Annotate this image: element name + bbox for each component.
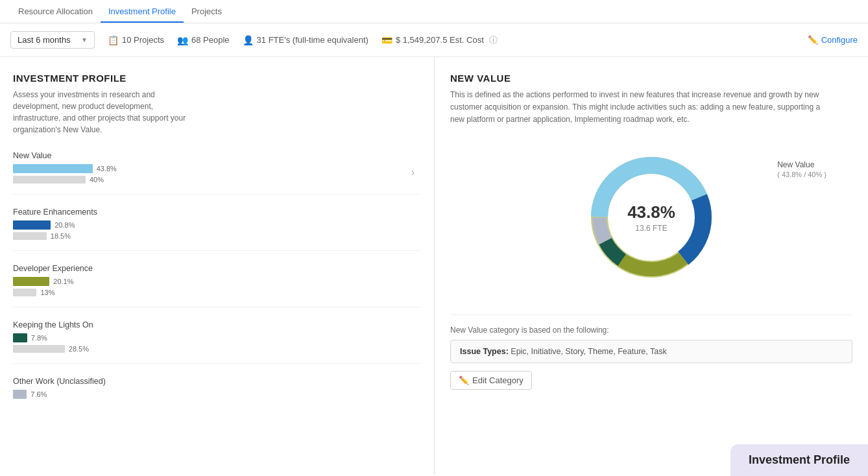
actual-bar [13,333,27,342]
configure-button[interactable]: ✏️ Configure [808,35,858,45]
actual-pct-label: 20.1% [53,278,73,285]
benchmark-pct-label: 28.5% [69,345,89,353]
projects-stat: 📋 10 Projects [108,35,164,45]
benchmark-bar-line: 13% [13,289,421,296]
chevron-right-icon[interactable]: › [411,167,415,178]
actual-bar-line: 7.6% [13,390,421,399]
pencil-icon: ✏️ [459,375,469,385]
actual-pct-label: 43.8% [97,165,117,173]
left-panel-title: INVESTMENT PROFILE [13,73,421,84]
categories-list: New Value 43.8% 40% ›Feature Enhancement… [13,151,421,409]
bottom-section: New Value category is based on the follo… [450,315,852,390]
legend-label: New Value [777,159,826,171]
issue-types-key: Issue Types: [460,347,509,356]
donut-chart: 43.8% 13.6 FTE [580,146,723,289]
actual-bar-line: 20.8% [13,220,421,230]
cost-icon: 💳 [381,35,392,45]
donut-fte: 13.6 FTE [627,223,675,232]
category-row: New Value 43.8% 40% › [13,151,421,195]
donut-percentage: 43.8% [627,202,675,222]
donut-center: 43.8% 13.6 FTE [627,202,675,232]
briefcase-icon: 📋 [108,35,119,45]
actual-bar [13,277,49,286]
bar-group: 43.8% 40% [13,164,421,184]
benchmark-bar-line: 40% [13,176,421,184]
actual-pct-label: 20.8% [54,221,75,229]
benchmark-pct-label: 40% [90,176,104,184]
actual-bar [13,390,27,399]
people-icon: 👥 [177,35,188,45]
benchmark-bar [13,289,36,296]
category-name: Other Work (Unclassified) [13,377,421,386]
right-panel: NEW VALUE This is defined as the actions… [435,57,868,475]
category-name: New Value [13,151,421,160]
tab-investment-profile[interactable]: Investment Profile [101,1,184,23]
fte-stat: 👤 31 FTE's (full-time equivalent) [243,35,368,45]
issue-types-header: New Value category is based on the follo… [450,326,852,335]
bar-group: 20.1% 13% [13,277,421,296]
period-label: Last 6 months [18,35,71,45]
legend-sub: ( 43.8% / 40% ) [777,171,826,178]
category-name: Feature Enhancements [13,208,421,217]
actual-bar [13,164,93,173]
category-row: Feature Enhancements 20.8% 18.5% [13,208,421,251]
chevron-down-icon: ▼ [81,36,88,43]
benchmark-bar [13,345,65,353]
category-name: Developer Experience [13,264,421,273]
branding-bar: Investment Profile [730,444,868,476]
toolbar: Last 6 months ▼ 📋 10 Projects 👥 68 Peopl… [0,23,868,57]
actual-bar-line: 7.8% [13,333,421,342]
donut-chart-area: 43.8% 13.6 FTE New Value ( 43.8% / 40% ) [450,139,852,295]
benchmark-pct-label: 18.5% [51,232,71,240]
actual-bar-line: 20.1% [13,277,421,286]
bar-group: 7.6% [13,390,421,399]
benchmark-bar-line: 28.5% [13,345,421,353]
chart-legend: New Value ( 43.8% / 40% ) [777,159,826,178]
people-stat: 👥 68 People [177,35,230,45]
issue-types-box: Issue Types: Epic, Initiative, Story, Th… [450,340,852,363]
fte-icon: 👤 [243,35,254,45]
benchmark-bar-line: 18.5% [13,232,421,240]
actual-pct-label: 7.8% [31,334,47,342]
actual-bar [13,220,51,230]
issue-types-value: Epic, Initiative, Story, Theme, Feature,… [511,347,666,356]
tab-projects[interactable]: Projects [184,1,230,23]
right-panel-title: NEW VALUE [450,73,852,84]
top-navigation: Resource Allocation Investment Profile P… [0,0,868,23]
branding-label: Investment Profile [749,453,850,466]
benchmark-bar [13,232,47,240]
category-name: Keeping the Lights On [13,320,421,329]
bar-group: 7.8% 28.5% [13,333,421,353]
bar-group: 20.8% 18.5% [13,220,421,240]
edit-category-button[interactable]: ✏️ Edit Category [450,371,532,390]
benchmark-bar [13,176,86,184]
actual-pct-label: 7.6% [30,390,47,398]
category-row: Keeping the Lights On 7.8% 28.5% [13,320,421,364]
category-row: Other Work (Unclassified) 7.6% [13,377,421,409]
category-row: Developer Experience 20.1% 13% [13,264,421,307]
main-layout: INVESTMENT PROFILE Assess your investmen… [0,57,868,475]
left-panel-description: Assess your investments in research and … [13,89,195,136]
benchmark-pct-label: 13% [40,289,54,296]
pencil-icon: ✏️ [808,35,818,45]
right-panel-description: This is defined as the actions performed… [450,89,826,126]
left-panel: INVESTMENT PROFILE Assess your investmen… [0,57,435,475]
actual-bar-line: 43.8% [13,164,421,173]
period-dropdown[interactable]: Last 6 months ▼ [10,31,95,49]
info-icon[interactable]: ⓘ [489,34,498,46]
cost-stat: 💳 $ 1,549,207.5 Est. Cost ⓘ [381,34,498,46]
tab-resource-allocation[interactable]: Resource Allocation [10,1,101,23]
